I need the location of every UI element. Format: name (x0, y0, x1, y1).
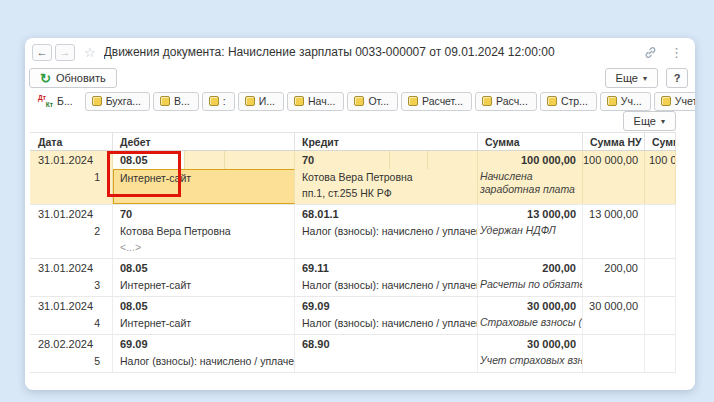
tab-4[interactable]: И... (238, 92, 284, 111)
more-menu-icon[interactable]: ⋮ (670, 46, 683, 59)
cell-credit-analytics[interactable]: Налог (взносы): начислено / уплачено (295, 277, 478, 296)
document-movements-window: ← → ☆ Движения документа: Начисление зар… (25, 38, 695, 390)
cell-empty[interactable] (583, 353, 645, 372)
cell-amount-nu[interactable]: 30 000,00 (583, 297, 645, 315)
column-header: Сумма Н (645, 133, 676, 150)
cell-date[interactable]: 31.01.2024 (30, 205, 113, 223)
cell-amount-nu[interactable]: 13 000,00 (583, 205, 645, 223)
cell-date[interactable]: 28.02.2024 (30, 335, 113, 353)
cell-empty[interactable] (645, 223, 676, 258)
cell-date[interactable]: 31.01.2024 (30, 259, 113, 277)
table-row[interactable]: 31.01.20247068.01.113 000,0013 000,002Ко… (30, 205, 676, 259)
cell-amount-n[interactable] (645, 297, 676, 315)
cell-empty[interactable] (583, 277, 645, 296)
cell-operation-comment[interactable]: Удержан НДФЛ (478, 223, 583, 258)
cell-credit-analytics[interactable]: Налог (взносы): начислено / уплачено (295, 315, 478, 334)
subcolumn-divider (184, 151, 185, 169)
cell-date[interactable]: 31.01.2024 (30, 297, 113, 315)
cell-debit-analytics[interactable]: Интернет-сайт (113, 277, 295, 296)
row-number[interactable]: 4 (30, 315, 113, 334)
cell-credit-account[interactable]: 68.01.1 (295, 205, 478, 223)
tab-0[interactable]: ДтКтБ... (31, 92, 82, 111)
cell-empty[interactable] (583, 223, 645, 258)
cell-amount-nu[interactable] (583, 335, 645, 353)
chevron-down-icon: ▾ (661, 117, 665, 126)
cell-amount[interactable]: 30 000,00 (478, 297, 583, 315)
tab-3[interactable]: : (202, 92, 235, 111)
cell-credit-analytics[interactable]: Налог (взносы): начислено / уплачено (295, 223, 478, 258)
cell-amount-nu[interactable]: 200,00 (583, 259, 645, 277)
tab-8[interactable]: Расч... (475, 92, 537, 111)
tab-6[interactable]: От... (347, 92, 398, 111)
row-main-line: 31.01.202408.0569.11200,00200,00 (30, 259, 676, 277)
table-more-button[interactable]: Еще ▾ (623, 111, 676, 131)
row-number[interactable]: 2 (30, 223, 113, 258)
cell-amount[interactable]: 13 000,00 (478, 205, 583, 223)
tab-1[interactable]: Бухга... (85, 92, 150, 111)
tab-2[interactable]: В... (153, 92, 199, 111)
cell-debit-analytics[interactable]: Котова Вера Петровна<...> (113, 223, 295, 258)
row-analytics-line: 1Интернет-сайтКотова Вера Петровнапп.1, … (30, 169, 676, 204)
cell-amount[interactable]: 30 000,00 (478, 335, 583, 353)
get-link-icon[interactable] (644, 46, 657, 59)
cell-credit-account[interactable]: 69.11 (295, 259, 478, 277)
table-row[interactable]: 31.01.202408.0570100 000,00100 000,00100… (30, 151, 676, 205)
row-number[interactable]: 3 (30, 277, 113, 296)
back-button[interactable]: ← (32, 44, 52, 61)
row-number[interactable]: 1 (30, 169, 113, 204)
column-header: Кредит (295, 133, 478, 150)
cell-credit-account[interactable]: 68.90 (295, 335, 478, 353)
cell-empty[interactable] (645, 353, 676, 372)
row-number[interactable]: 5 (30, 353, 113, 372)
forward-button[interactable]: → (55, 44, 75, 61)
column-header: Сумма НУ ... (583, 133, 645, 150)
table-row[interactable]: 31.01.202408.0569.11200,00200,003Интерне… (30, 259, 676, 297)
cell-debit-account[interactable]: 08.05 (113, 297, 295, 315)
cell-credit-account[interactable]: 69.09 (295, 297, 478, 315)
cell-empty[interactable] (583, 315, 645, 334)
cell-operation-comment[interactable]: Расчеты по обязатель... (478, 277, 583, 296)
cell-date[interactable]: 31.01.2024 (30, 151, 113, 169)
cell-credit-analytics[interactable]: Котова Вера Петровнапп.1, ст.255 НК РФ (295, 169, 478, 204)
cell-debit-account[interactable]: 70 (113, 205, 295, 223)
cell-empty[interactable] (645, 315, 676, 334)
tab-label: Б... (57, 95, 73, 107)
cell-debit-analytics[interactable]: Интернет-сайт (113, 169, 295, 204)
cell-amount-n[interactable] (645, 205, 676, 223)
cell-amount-n[interactable]: 100 00 (645, 151, 676, 169)
cell-debit-analytics[interactable]: Налог (взносы): начислено / уплачено (113, 353, 295, 372)
debit-analytics-line: Интернет-сайт (113, 277, 294, 293)
tab-11[interactable]: Учет д... (654, 92, 695, 111)
help-button[interactable]: ? (666, 68, 688, 88)
cell-amount-n[interactable] (645, 335, 676, 353)
cell-debit-account[interactable]: 08.05 (113, 151, 295, 169)
subcolumn-divider (389, 151, 390, 169)
cell-empty[interactable] (645, 277, 676, 296)
cell-amount[interactable]: 200,00 (478, 259, 583, 277)
cell-debit-analytics[interactable]: Интернет-сайт (113, 315, 295, 334)
cell-credit-account[interactable]: 70 (295, 151, 478, 169)
tab-5[interactable]: Нач... (287, 92, 344, 111)
cell-operation-comment[interactable]: Начислена заработная плата (478, 169, 583, 204)
cell-debit-account[interactable]: 08.05 (113, 259, 295, 277)
cell-operation-comment[interactable]: Страховые взносы (ед... (478, 315, 583, 334)
cell-empty[interactable] (645, 169, 676, 204)
tab-9[interactable]: Стр... (540, 92, 597, 111)
more-button-top[interactable]: Еще ▾ (605, 68, 658, 88)
tab-10[interactable]: Уч... (600, 92, 651, 111)
cell-credit-analytics[interactable] (295, 353, 478, 372)
refresh-button[interactable]: ↻ Обновить (29, 68, 117, 88)
cell-operation-comment[interactable]: Учет страховых взнос... (478, 353, 583, 372)
cell-amount[interactable]: 100 000,00 (478, 151, 583, 169)
table-row[interactable]: 31.01.202408.0569.0930 000,0030 000,004И… (30, 297, 676, 335)
tab-7[interactable]: Расчет... (401, 92, 472, 111)
cell-amount-n[interactable] (645, 259, 676, 277)
favorite-star-icon[interactable]: ☆ (84, 45, 96, 60)
cell-empty[interactable] (583, 169, 645, 204)
cell-amount-nu[interactable]: 100 000,00 (583, 151, 645, 169)
cell-debit-account[interactable]: 69.09 (113, 335, 295, 353)
table-more-row: Еще ▾ (25, 112, 695, 132)
table-row[interactable]: 28.02.202469.0968.9030 000,005Налог (взн… (30, 335, 676, 373)
register-icon (547, 96, 557, 106)
register-icon (354, 96, 364, 106)
